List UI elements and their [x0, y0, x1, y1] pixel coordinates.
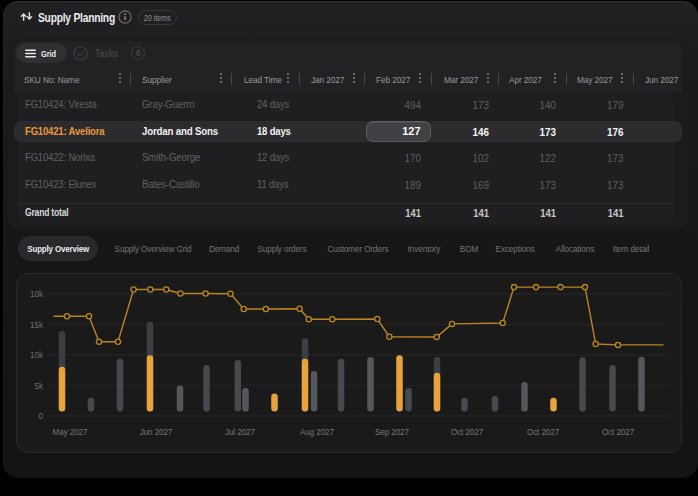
x-axis-tick-label: Oct 2027	[442, 426, 493, 437]
items-count-badge: 20 items	[138, 10, 177, 25]
tab-allocations[interactable]: Allocations	[555, 236, 593, 261]
column-header-label: Feb 2027	[376, 74, 410, 85]
tab-supply-overview[interactable]: Supply Overview	[18, 236, 98, 261]
items-count-label: 20 items	[144, 13, 171, 23]
column-header-supplier[interactable]: Supplier	[142, 66, 177, 92]
column-header-label: Supplier	[142, 74, 172, 85]
grand-total-value[interactable]: 141	[436, 207, 488, 219]
grid-button-label: Grid	[41, 48, 56, 59]
row-value-cell[interactable]: 179	[571, 99, 623, 111]
grand-total-divider	[18, 203, 674, 204]
row-value-cell[interactable]: 173	[504, 179, 556, 191]
column-header-label: SKU No: Name	[24, 74, 79, 85]
column-header-feb-2027[interactable]: Feb 2027	[376, 66, 416, 92]
column-menu-kebab-icon[interactable]	[554, 73, 557, 84]
tasks-count-badge: 0	[131, 46, 145, 60]
tab-supply-orders[interactable]: Supply orders	[257, 236, 306, 261]
x-axis-tick-label: Oct 2027	[518, 426, 569, 437]
column-header-jan-2027[interactable]: Jan 2027	[311, 66, 350, 92]
row-leadtime-cell[interactable]: 12 days	[257, 151, 289, 163]
y-axis-tick-label: 15k	[21, 319, 43, 330]
row-value-cell[interactable]: 173	[504, 126, 556, 138]
column-header-label: Jan 2027	[311, 74, 344, 85]
row-supplier-cell[interactable]: Smith-George	[142, 151, 200, 163]
chart-panel	[16, 273, 682, 453]
info-icon[interactable]	[118, 10, 132, 24]
tab-label: Supply Overview	[27, 243, 89, 254]
column-header-label: Mar 2027	[444, 74, 478, 85]
tasks-toggle[interactable]: Tasks 0	[73, 43, 145, 63]
column-header-label: May 2027	[577, 74, 613, 85]
tasks-label: Tasks	[95, 47, 118, 59]
column-menu-kebab-icon[interactable]	[287, 73, 290, 84]
x-axis-tick-label: Jun 2027	[131, 426, 182, 437]
x-axis-tick-label: May 2027	[45, 426, 96, 437]
column-separator	[299, 73, 300, 85]
row-supplier-cell[interactable]: Bates-Castillo	[142, 178, 199, 190]
column-separator	[130, 73, 131, 85]
column-header-jun-2027[interactable]: Jun 2027	[645, 66, 684, 92]
grid-view-button[interactable]: Grid	[16, 43, 67, 63]
column-menu-kebab-icon[interactable]	[487, 73, 490, 84]
column-separator	[566, 73, 567, 85]
tab-bom[interactable]: BOM	[459, 236, 477, 261]
grand-total-value[interactable]: 141	[370, 207, 421, 219]
column-separator	[498, 73, 499, 85]
row-value-cell[interactable]: 494	[370, 99, 421, 111]
row-supplier-cell[interactable]: Gray-Guerro	[142, 98, 194, 110]
row-value-cell[interactable]: 122	[504, 152, 556, 164]
column-header-apr-2027[interactable]: Apr 2027	[509, 66, 548, 92]
tab-inventory[interactable]: Inventory	[407, 236, 440, 261]
row-supplier-cell[interactable]: Jordan and Sons	[142, 125, 218, 137]
sort-arrows-icon	[20, 10, 33, 23]
column-menu-kebab-icon[interactable]	[220, 73, 223, 84]
column-separator	[633, 73, 634, 85]
grand-total-value[interactable]: 141	[571, 207, 623, 219]
hamburger-icon	[25, 49, 36, 58]
row-value-cell[interactable]: 140	[504, 99, 556, 111]
column-separator	[431, 73, 432, 85]
row-value-cell[interactable]: 146	[436, 126, 488, 138]
column-header-may-2027[interactable]: May 2027	[577, 66, 619, 92]
row-value-cell[interactable]: 169	[436, 179, 488, 191]
row-sku-cell[interactable]: FG10423: Elunex	[25, 178, 96, 190]
row-value-cell[interactable]: 170	[370, 152, 421, 164]
row-sku-cell[interactable]: FG10421: Aveliora	[25, 125, 104, 137]
row-sku-cell[interactable]: FG10422: Norixa	[25, 151, 95, 163]
column-menu-kebab-icon[interactable]	[353, 73, 356, 84]
tab-item-detail[interactable]: Item detail	[613, 236, 649, 261]
column-menu-kebab-icon[interactable]	[419, 73, 422, 84]
row-leadtime-cell[interactable]: 24 days	[257, 98, 289, 110]
row-value-cell[interactable]: 173	[571, 179, 623, 191]
grand-total-label[interactable]: Grand total	[25, 207, 68, 218]
y-axis-tick-label: 0	[21, 410, 43, 421]
tab-demand[interactable]: Demand	[208, 236, 238, 261]
column-header-mar-2027[interactable]: Mar 2027	[444, 66, 484, 92]
row-value-cell[interactable]: 173	[436, 99, 488, 111]
row-leadtime-cell[interactable]: 11 days	[257, 178, 288, 190]
tab-exceptions[interactable]: Exceptions	[495, 236, 534, 261]
y-axis-tick-label: 10k	[21, 288, 43, 299]
tab-customer-orders[interactable]: Customer Orders	[327, 236, 388, 261]
column-menu-kebab-icon[interactable]	[621, 73, 624, 84]
row-value-cell[interactable]: 189	[370, 179, 421, 191]
selected-cell[interactable]: 127	[366, 121, 431, 142]
page-title: Supply Planning	[38, 10, 115, 25]
row-sku-cell[interactable]: FG10424: Viresta	[25, 98, 97, 110]
row-value-cell[interactable]: 173	[571, 152, 623, 164]
x-axis-tick-label: Jul 2027	[215, 426, 266, 437]
column-header-sku-no-name[interactable]: SKU No: Name	[24, 66, 89, 92]
column-separator	[364, 73, 365, 85]
grand-total-value[interactable]: 141	[504, 207, 556, 219]
row-value-cell[interactable]: 102	[436, 152, 488, 164]
column-header-lead-time[interactable]: Lead Time	[244, 66, 288, 92]
x-axis-tick-label: Aug 2027	[292, 426, 343, 437]
column-menu-kebab-icon[interactable]	[119, 73, 122, 84]
column-header-label: Jun 2027	[645, 74, 678, 85]
row-value-cell[interactable]: 176	[571, 126, 623, 138]
x-axis-tick-label: Sep 2027	[367, 426, 418, 437]
column-header-label: Apr 2027	[509, 74, 542, 85]
column-separator	[231, 73, 232, 85]
tab-supply-overview-grid[interactable]: Supply Overview Grid	[114, 236, 191, 261]
row-leadtime-cell[interactable]: 18 days	[257, 125, 291, 137]
